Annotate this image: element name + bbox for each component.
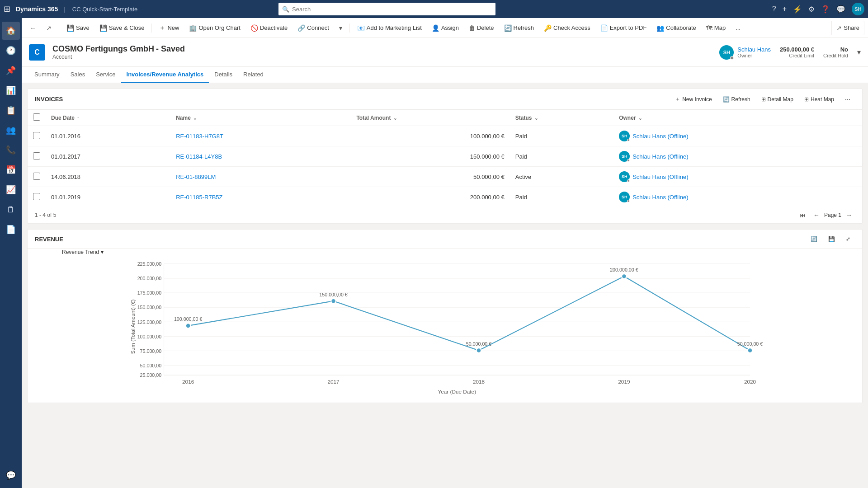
refresh-button[interactable]: 🔄 Refresh <box>500 21 539 35</box>
open-org-chart-button[interactable]: 🏢 Open Org Chart <box>184 21 245 35</box>
save-button[interactable]: 💾 Save <box>62 21 94 35</box>
page-label: Page 1 <box>824 212 841 218</box>
user-avatar-icon[interactable]: SH <box>852 3 864 15</box>
share-icon: ↗ <box>836 24 842 32</box>
row-checkbox[interactable] <box>33 152 40 160</box>
new-icon: ＋ <box>159 24 165 32</box>
external-link-button[interactable]: ↗ <box>42 21 56 35</box>
chat-icon[interactable]: 💬 <box>836 5 845 14</box>
invoices-more-button[interactable]: ⋯ <box>840 94 855 104</box>
tab-details[interactable]: Details <box>209 66 238 83</box>
settings-icon[interactable]: ⚙ <box>808 5 815 14</box>
select-all-checkbox[interactable] <box>33 113 40 121</box>
nav-docs-icon[interactable]: 📄 <box>2 221 20 239</box>
share-button[interactable]: ↗ Share <box>831 21 864 35</box>
question-icon[interactable]: ❓ <box>821 5 830 14</box>
waffle-icon[interactable]: ⊞ <box>4 4 10 14</box>
nav-pin-icon[interactable]: 📌 <box>2 61 20 80</box>
invoice-link[interactable]: RE-01185-R7B5Z <box>176 194 222 201</box>
nav-notes-icon[interactable]: 🗒 <box>2 201 20 219</box>
col-owner[interactable]: Owner ⌄ <box>613 110 862 126</box>
owner-name[interactable]: Schlau Hans <box>737 46 771 53</box>
revenue-expand-button[interactable]: ⤢ <box>841 234 855 244</box>
nav-home-icon[interactable]: 🏠 <box>2 22 20 40</box>
owner-status-dot <box>730 56 734 60</box>
tab-service[interactable]: Service <box>90 66 121 83</box>
tab-sales[interactable]: Sales <box>65 66 91 83</box>
nav-calls-icon[interactable]: 📞 <box>2 141 20 159</box>
nav-reports-icon[interactable]: 📈 <box>2 181 20 199</box>
save-close-button[interactable]: 💾 Save & Close <box>95 21 149 35</box>
nav-feedback-icon[interactable]: 💬 <box>2 466 20 484</box>
revenue-refresh-button[interactable]: 🔄 <box>806 234 822 244</box>
owner-link[interactable]: Schlau Hans (Offline) <box>632 174 688 180</box>
help-icon[interactable]: ? <box>772 5 776 13</box>
label-2017: 150.000,00 € <box>319 292 348 297</box>
collaborate-button[interactable]: 👥 Collaborate <box>652 21 701 35</box>
connect-more-button[interactable]: ▾ <box>335 21 347 35</box>
nav-calendar-icon[interactable]: 📅 <box>2 161 20 179</box>
row-checkbox[interactable] <box>33 132 40 139</box>
back-button[interactable]: ← <box>25 21 41 35</box>
credit-limit-value: 250.000,00 € <box>780 46 814 53</box>
new-invoice-button[interactable]: ＋ New Invoice <box>670 94 716 105</box>
owner-link[interactable]: Schlau Hans (Offline) <box>632 153 688 160</box>
trend-selector-button[interactable]: Revenue Trend ▾ <box>62 249 104 255</box>
invoices-refresh-button[interactable]: 🔄 Refresh <box>718 94 755 104</box>
connect-icon: 🔗 <box>297 24 305 32</box>
cell-total-amount: 100.000,00 € <box>351 126 509 146</box>
cell-name: RE-01-8899LM <box>170 167 351 187</box>
cell-status: Active <box>510 167 613 187</box>
export-pdf-button[interactable]: 📄 Export to PDF <box>596 21 651 35</box>
filter-icon[interactable]: ⚡ <box>793 5 802 14</box>
nav-list-icon[interactable]: 📋 <box>2 101 20 119</box>
revenue-save-button[interactable]: 💾 <box>824 234 840 244</box>
invoice-link[interactable]: RE-01183-H7G8T <box>176 133 223 140</box>
x-axis-label: Year (Due Date) <box>438 389 476 394</box>
row-checkbox[interactable] <box>33 193 40 200</box>
col-total-amount[interactable]: Total Amount ⌄ <box>351 110 509 126</box>
nav-people-icon[interactable]: 👥 <box>2 121 20 139</box>
add-icon[interactable]: + <box>783 5 787 13</box>
x-label-2019: 2019 <box>618 379 630 385</box>
more-button[interactable]: ... <box>731 21 745 35</box>
entity-icon: C <box>29 44 45 61</box>
prev-page-button[interactable]: ← <box>811 211 822 220</box>
detail-map-button[interactable]: ⊞ Detail Map <box>757 94 798 104</box>
tab-related[interactable]: Related <box>238 66 269 83</box>
tab-summary[interactable]: Summary <box>29 66 65 83</box>
next-page-button[interactable]: → <box>843 211 855 220</box>
revenue-section-header: REVENUE 🔄 💾 ⤢ <box>28 230 862 249</box>
cell-status: Paid <box>510 187 613 207</box>
delete-button[interactable]: 🗑 Delete <box>464 21 499 35</box>
heat-map-button[interactable]: ⊞ Heat Map <box>800 94 839 104</box>
tab-invoices[interactable]: Invoices/Revenue Analytics <box>121 66 209 83</box>
first-page-button[interactable]: ⏮ <box>797 211 809 220</box>
table-row: 14.06.2018 RE-01-8899LM 50.000,00 € Acti… <box>28 167 862 187</box>
col-due-date[interactable]: Due Date ↑ <box>46 110 170 126</box>
invoice-link[interactable]: RE-01-8899LM <box>176 174 216 180</box>
owner-label: Owner <box>737 53 771 58</box>
owner-link[interactable]: Schlau Hans (Offline) <box>632 194 688 201</box>
nav-recent-icon[interactable]: 🕐 <box>2 42 20 60</box>
owner-link[interactable]: Schlau Hans (Offline) <box>632 133 688 140</box>
nav-sales-icon[interactable]: 📊 <box>2 81 20 99</box>
connect-button[interactable]: 🔗 Connect <box>293 21 333 35</box>
org-chart-icon: 🏢 <box>189 24 197 32</box>
col-status[interactable]: Status ⌄ <box>510 110 613 126</box>
new-button[interactable]: ＋ New <box>155 21 184 35</box>
credit-hold-block: No Credit Hold <box>823 46 848 58</box>
col-name[interactable]: Name ⌄ <box>170 110 351 126</box>
expand-header-button[interactable]: ▾ <box>857 48 861 56</box>
deactivate-button[interactable]: 🚫 Deactivate <box>246 21 292 35</box>
assign-button[interactable]: 👤 Assign <box>427 21 463 35</box>
map-button[interactable]: 🗺 Map <box>702 21 730 35</box>
cell-status: Paid <box>510 146 613 167</box>
search-input[interactable] <box>292 6 492 13</box>
row-checkbox[interactable] <box>33 173 40 180</box>
check-access-button[interactable]: 🔑 Check Access <box>539 21 595 35</box>
content-area: ← ↗ 💾 Save 💾 Save & Close ＋ New 🏢 Open O… <box>22 18 868 488</box>
cell-total-amount: 150.000,00 € <box>351 146 509 167</box>
add-marketing-button[interactable]: 📧 Add to Marketing List <box>353 21 426 35</box>
invoice-link[interactable]: RE-01184-L4Y8B <box>176 153 222 160</box>
